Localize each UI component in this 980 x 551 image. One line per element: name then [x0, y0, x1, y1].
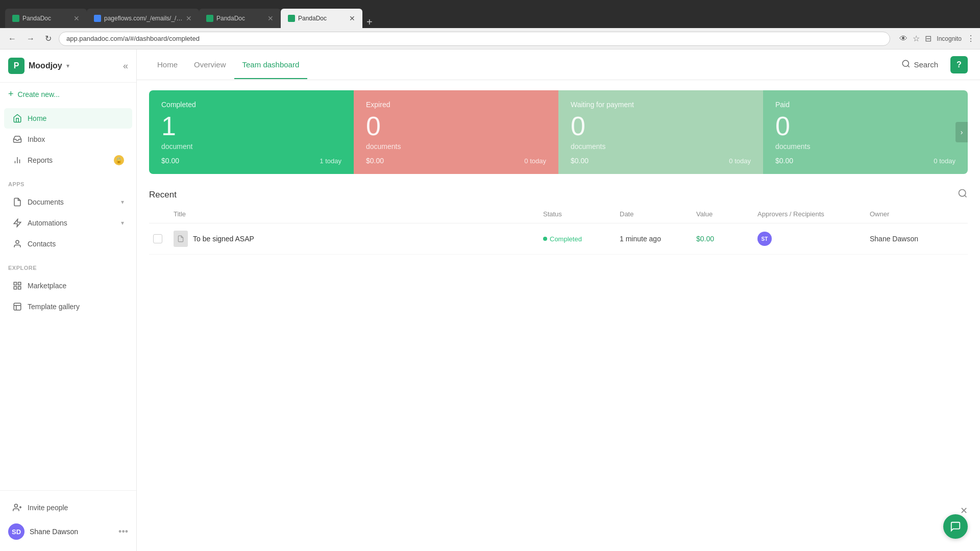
browser-tab-2[interactable]: pageflows.com/_/emails/_/7fb5... ✕ [87, 9, 199, 28]
row-checkbox[interactable] [149, 234, 169, 243]
sidebar-item-reports[interactable]: Reports 🔒 [4, 150, 132, 170]
main-header: Home Overview Team dashboard Search ? [137, 49, 980, 80]
menu-icon[interactable]: ⋮ [967, 34, 975, 43]
help-button[interactable]: ? [950, 56, 968, 73]
forward-button[interactable]: → [23, 32, 38, 45]
browser-tab-1[interactable]: PandaDoc ✕ [5, 9, 87, 28]
explore-nav: Marketplace Template gallery [0, 273, 136, 319]
waiting-today: 0 today [729, 157, 751, 165]
search-label: Search [914, 60, 938, 69]
reload-button[interactable]: ↻ [42, 32, 55, 45]
sidebar-collapse-button[interactable]: « [123, 61, 128, 71]
create-new-button[interactable]: + Create new... [8, 89, 60, 99]
paid-today: 0 today [934, 157, 955, 165]
tab-favicon-1 [12, 15, 19, 22]
table-row[interactable]: To be signed ASAP Completed 1 minute ago… [149, 223, 968, 255]
browser-tab-4[interactable]: PandaDoc ✕ [281, 9, 362, 28]
recent-search-button[interactable] [958, 188, 968, 201]
tab-title-1: PandaDoc [22, 15, 70, 22]
template-gallery-label: Template gallery [28, 303, 124, 311]
marketplace-icon [12, 281, 22, 291]
chat-close-button[interactable]: ✕ [960, 505, 968, 516]
expired-today: 0 today [524, 157, 546, 165]
brand-chevron-icon: ▾ [66, 62, 69, 69]
tab-close-2[interactable]: ✕ [186, 14, 192, 22]
sidebar-footer: Invite people SD Shane Dawson ••• [0, 490, 136, 551]
address-bar[interactable]: app.pandadoc.com/a/#/dashboard/completed [59, 32, 890, 46]
doc-thumbnail-icon [174, 231, 188, 247]
stat-card-waiting: Waiting for payment 0 documents $0.00 0 … [558, 90, 763, 174]
recent-section: Recent Title Status Date Value Approvers… [149, 188, 968, 255]
paid-number: 0 [775, 113, 955, 139]
paid-footer: $0.00 0 today [775, 157, 955, 165]
paid-amount: $0.00 [775, 157, 793, 165]
sidebar: P Moodjoy ▾ « + Create new... Home [0, 49, 137, 551]
expired-amount: $0.00 [366, 157, 384, 165]
address-text: app.pandadoc.com/a/#/dashboard/completed [66, 35, 200, 42]
user-more-icon[interactable]: ••• [118, 527, 128, 537]
svg-point-12 [14, 504, 17, 507]
browser-tab-3[interactable]: PandaDoc ✕ [199, 9, 281, 28]
tab-close-1[interactable]: ✕ [74, 14, 80, 22]
sidebar-toggle-icon[interactable]: ⊟ [925, 34, 932, 43]
tab-close-3[interactable]: ✕ [267, 14, 274, 22]
chat-button[interactable] [943, 514, 968, 539]
bookmark-icon[interactable]: ☆ [913, 34, 920, 43]
tab-team-dashboard[interactable]: Team dashboard [234, 51, 308, 79]
tab-title-4: PandaDoc [298, 15, 346, 22]
recent-table: Title Status Date Value Approvers / Reci… [149, 205, 968, 255]
search-button[interactable]: Search [895, 55, 944, 74]
invite-people-label: Invite people [28, 504, 124, 512]
sidebar-item-automations[interactable]: Automations ▾ [4, 213, 132, 233]
apps-nav: Documents ▾ Automations ▾ Contacts [0, 189, 136, 257]
eye-off-icon: 👁 [899, 34, 908, 43]
home-icon [12, 113, 22, 123]
completed-number: 1 [161, 113, 341, 139]
user-profile[interactable]: SD Shane Dawson ••• [0, 518, 136, 545]
sidebar-header: P Moodjoy ▾ « [0, 49, 136, 83]
sidebar-item-contacts[interactable]: Contacts [4, 234, 132, 254]
dashboard-body: ‹ Completed 1 document $0.00 1 today Exp… [137, 80, 980, 551]
sidebar-item-marketplace[interactable]: Marketplace [4, 276, 132, 296]
automations-icon [12, 218, 22, 228]
sidebar-item-home[interactable]: Home [4, 108, 132, 129]
row-recipients: ST [753, 232, 866, 246]
status-text: Completed [550, 235, 582, 243]
tab-home[interactable]: Home [149, 51, 186, 79]
waiting-label: Waiting for payment [571, 101, 751, 109]
status-dot [543, 237, 547, 241]
sidebar-nav: Home Inbox Reports 🔒 [0, 106, 136, 173]
svg-point-4 [16, 240, 19, 243]
contacts-label: Contacts [28, 240, 124, 248]
waiting-amount: $0.00 [571, 157, 589, 165]
sidebar-item-template-gallery[interactable]: Template gallery [4, 296, 132, 317]
row-date: 1 minute ago [616, 235, 692, 243]
tab-overview[interactable]: Overview [186, 51, 234, 79]
tab-close-4[interactable]: ✕ [349, 14, 355, 22]
invite-people-item[interactable]: Invite people [4, 497, 132, 518]
row-owner: Shane Dawson [866, 235, 968, 243]
search-icon [901, 59, 911, 70]
tab-favicon-3 [206, 15, 213, 22]
tab-title-2: pageflows.com/_/emails/_/7fb5... [104, 15, 183, 22]
invite-people-icon [12, 503, 22, 513]
svg-point-17 [959, 190, 966, 196]
sidebar-item-inbox[interactable]: Inbox [4, 129, 132, 149]
stats-row: ‹ Completed 1 document $0.00 1 today Exp… [149, 90, 968, 174]
recent-header: Recent [149, 188, 968, 201]
sidebar-item-documents[interactable]: Documents ▾ [4, 192, 132, 212]
stat-card-paid: Paid 0 documents $0.00 0 today [763, 90, 968, 174]
completed-today: 1 today [320, 157, 341, 165]
documents-label: Documents [28, 198, 116, 206]
new-tab-button[interactable]: + [362, 16, 377, 28]
automations-label: Automations [28, 219, 116, 227]
reports-badge: 🔒 [114, 155, 124, 165]
brand[interactable]: P Moodjoy ▾ [8, 58, 69, 74]
browser-address-icons: 👁 ☆ ⊟ Incognito ⋮ [899, 34, 975, 43]
waiting-doc-label: documents [571, 142, 751, 151]
carousel-next-button[interactable]: › [955, 122, 968, 142]
paid-doc-label: documents [775, 142, 955, 151]
svg-line-16 [908, 65, 910, 67]
back-button[interactable]: ← [5, 32, 19, 45]
col-date: Date [616, 210, 692, 218]
